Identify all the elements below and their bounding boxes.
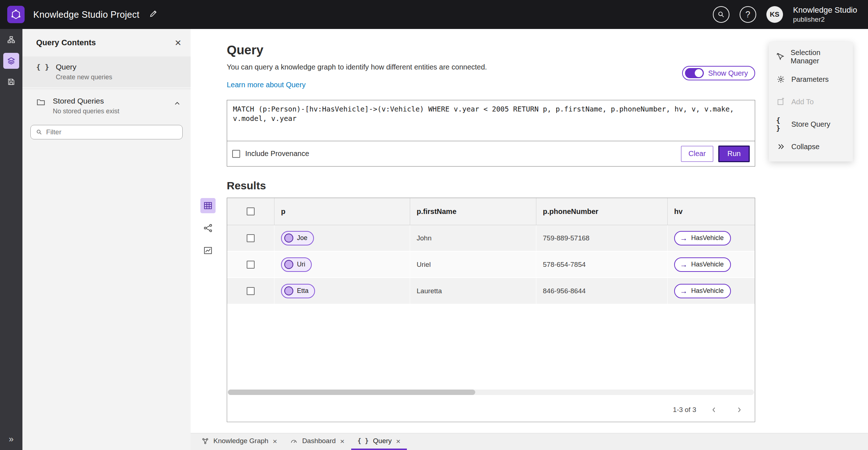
project-title: Knowledge Studio Project	[33, 9, 140, 20]
tab-label: Query	[373, 437, 392, 445]
chart-view-icon	[203, 246, 213, 255]
query-contents-panel: Query Contents × { } Query Create new qu…	[22, 29, 191, 450]
gear-icon	[776, 75, 786, 84]
search-button[interactable]	[713, 6, 729, 23]
table-row: Uri Uriel 578-654-7854 →HasVehicle	[227, 252, 755, 278]
column-header-firstname[interactable]: p.firstName	[410, 198, 536, 225]
tab-label: Dashboard	[302, 437, 336, 445]
row-checkbox[interactable]	[247, 261, 255, 269]
relationship-pill[interactable]: →HasVehicle	[674, 257, 731, 272]
learn-more-link[interactable]: Learn more about Query	[227, 81, 306, 89]
add-to-button: Add To	[769, 91, 853, 113]
graph-view-button[interactable]	[200, 220, 216, 236]
stored-queries-subtitle: No stored queries exist	[53, 108, 119, 115]
arrow-right-icon: →	[680, 287, 688, 295]
select-all-checkbox[interactable]	[247, 207, 255, 215]
query-nav-text: Query Create new queries	[56, 63, 112, 81]
edit-title-button[interactable]	[149, 10, 158, 19]
show-query-label: Show Query	[708, 69, 748, 77]
left-icon-rail: »	[0, 29, 22, 450]
column-header-p[interactable]: p	[274, 198, 410, 225]
close-tab-icon[interactable]: ×	[340, 437, 344, 445]
cell-phonenumber: 846-956-8644	[536, 278, 667, 304]
query-actions-panel: Selection Manager Parameters Add To { } …	[769, 42, 853, 161]
table-view-button[interactable]	[200, 198, 216, 213]
toggle-switch-icon	[685, 68, 704, 78]
include-provenance-label: Include Provenance	[245, 150, 309, 158]
relationship-pill[interactable]: →HasVehicle	[674, 284, 731, 298]
collapse-button[interactable]: Collapse	[769, 135, 853, 158]
chevron-right-icon	[735, 406, 743, 414]
query-editor-footer: Include Provenance Clear Run	[227, 141, 755, 166]
include-provenance-checkbox[interactable]	[232, 150, 240, 158]
next-page-button[interactable]	[732, 402, 747, 417]
query-page: Query You can query a knowledge graph to…	[227, 43, 755, 422]
contents-button[interactable]	[3, 53, 19, 69]
query-description: You can query a knowledge graph to ident…	[227, 63, 487, 71]
cell-phonenumber: 759-889-57168	[536, 225, 667, 251]
table-row: Joe John 759-889-57168 →HasVehicle	[227, 225, 755, 252]
divider	[22, 89, 191, 89]
entity-node-icon	[284, 260, 293, 269]
query-nav-subtitle: Create new queries	[56, 73, 112, 81]
dashboard-gauge-icon	[290, 437, 298, 445]
horizontal-scrollbar[interactable]	[228, 390, 754, 395]
add-to-icon	[776, 97, 786, 106]
app-logo[interactable]	[7, 6, 25, 23]
relationship-pill[interactable]: →HasVehicle	[674, 231, 731, 245]
tab-dashboard[interactable]: Dashboard ×	[284, 433, 351, 450]
scrollbar-thumb[interactable]	[228, 390, 475, 395]
close-panel-button[interactable]: ×	[175, 37, 181, 48]
entity-pill[interactable]: Uri	[281, 257, 312, 272]
store-query-button[interactable]: { } Store Query	[769, 113, 853, 135]
table-empty-space	[227, 304, 755, 390]
query-editor: MATCH (p:Person)-[hv:HasVehicle]->(v:Veh…	[227, 100, 755, 167]
data-model-button[interactable]	[3, 32, 19, 48]
app-name-label: Knowledge Studio	[793, 5, 857, 15]
save-button[interactable]	[3, 74, 19, 90]
bottom-tab-bar: Knowledge Graph × Dashboard × { } Query …	[191, 433, 868, 450]
cell-firstname: Uriel	[410, 252, 536, 277]
user-info[interactable]: Knowledge Studio publisher2	[793, 5, 857, 24]
arrow-right-icon: →	[680, 234, 688, 242]
expand-rail-button[interactable]: »	[0, 434, 22, 444]
entity-pill[interactable]: Joe	[281, 231, 314, 245]
filter-input[interactable]	[46, 128, 177, 136]
query-textarea[interactable]: MATCH (p:Person)-[hv:HasVehicle]->(v:Veh…	[227, 100, 755, 141]
clear-button[interactable]: Clear	[681, 146, 714, 162]
help-button[interactable]: ?	[740, 6, 756, 23]
stored-queries-item[interactable]: Stored Queries No stored queries exist	[22, 91, 191, 121]
tab-query[interactable]: { } Query ×	[351, 433, 407, 450]
column-header-hv[interactable]: hv	[667, 198, 755, 225]
search-icon	[717, 10, 725, 18]
row-checkbox[interactable]	[247, 287, 255, 295]
table-view-icon	[203, 201, 213, 210]
entity-node-icon	[284, 234, 293, 243]
results-title: Results	[227, 180, 755, 192]
run-button[interactable]: Run	[718, 146, 750, 162]
entity-pill[interactable]: Etta	[281, 284, 315, 298]
selection-manager-label: Selection Manager	[791, 49, 846, 65]
braces-icon: { }	[36, 63, 49, 71]
selection-manager-button[interactable]: Selection Manager	[769, 46, 853, 68]
previous-page-button[interactable]	[706, 402, 722, 417]
parameters-button[interactable]: Parameters	[769, 68, 853, 91]
close-tab-icon[interactable]: ×	[273, 437, 277, 445]
tab-label: Knowledge Graph	[213, 437, 268, 445]
braces-icon: { }	[358, 437, 369, 445]
query-nav-item[interactable]: { } Query Create new queries	[22, 56, 191, 87]
close-tab-icon[interactable]: ×	[396, 437, 400, 445]
column-header-phonenumber[interactable]: p.phoneNumber	[536, 198, 667, 225]
tab-knowledge-graph[interactable]: Knowledge Graph ×	[195, 433, 284, 450]
chart-view-button[interactable]	[200, 243, 216, 258]
user-avatar[interactable]: KS	[766, 6, 783, 23]
row-checkbox[interactable]	[247, 234, 255, 242]
pagination-bar: 1-3 of 3	[227, 398, 755, 422]
search-icon	[36, 129, 43, 136]
pencil-icon	[149, 10, 158, 19]
chevron-up-icon[interactable]	[173, 100, 181, 108]
save-icon	[7, 77, 16, 86]
show-query-toggle[interactable]: Show Query	[682, 66, 755, 80]
results-table: p p.firstName p.phoneNumber hv Joe John …	[227, 198, 755, 422]
cell-phonenumber: 578-654-7854	[536, 252, 667, 277]
